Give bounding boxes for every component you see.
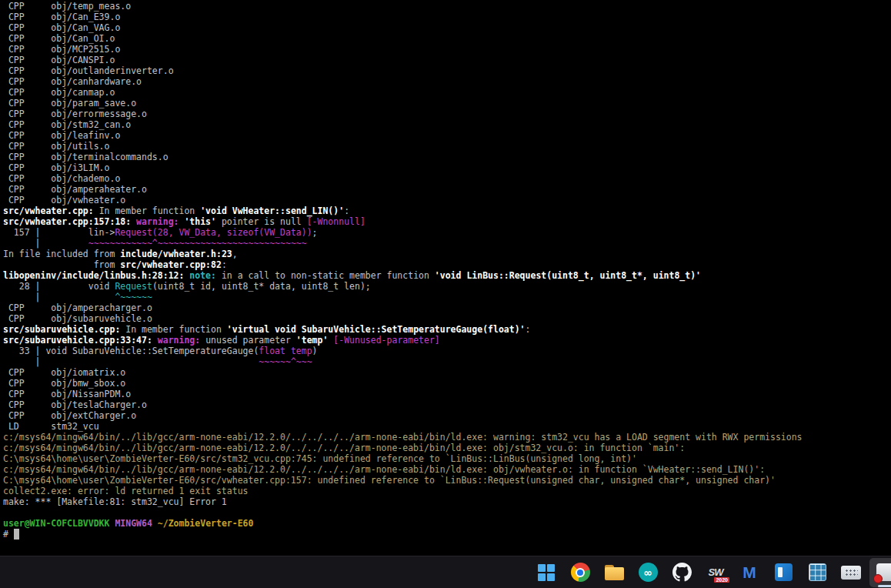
terminal-text: Request — [115, 281, 152, 292]
terminal-text: ) — [312, 346, 318, 356]
m-app-icon: M — [742, 564, 756, 580]
taskbar-item-github-desktop[interactable] — [666, 558, 697, 587]
terminal-text: collect2.exe: error: ld returned 1 exit … — [3, 486, 249, 496]
terminal-text: [-Wunused-parameter] — [333, 335, 439, 346]
terminal-line: CPP obj/utils.o — [3, 141, 891, 152]
terminal-text: CPP obj/iomatrix.o — [3, 367, 125, 378]
terminal-line — [3, 507, 891, 518]
terminal-line: | ~~~~~~~~~~~~^~~~~~~~~~~~~~~~~~~~~~~~~~… — [3, 238, 891, 249]
taskbar-item-m-app[interactable]: M — [734, 558, 765, 587]
terminal-text: 33 | void SubaruVehicle::SetTemperatureG… — [3, 346, 259, 356]
terminal-line: from src/vwheater.cpp:82: — [3, 259, 891, 270]
terminal-text: float temp — [259, 346, 312, 356]
terminal-line: src/subaruvehicle.cpp:33:47: warning: un… — [3, 335, 891, 346]
terminal-text: unused parameter — [205, 335, 296, 346]
terminal-line: LD stm32_vcu — [3, 421, 891, 432]
terminal-text: c:/msys64/mingw64/bin/../lib/gcc/arm-non… — [3, 432, 803, 443]
terminal-text: (uint8_t id, uint8_t* data, uint8_t len)… — [152, 281, 371, 292]
terminal-line: CPP obj/amperaheater.o — [3, 184, 891, 195]
terminal-text: | — [3, 238, 88, 249]
terminal-line: CPP obj/CANSPI.o — [3, 55, 891, 65]
taskbar-item-spreadsheet-app[interactable] — [802, 558, 833, 587]
terminal-text: | — [3, 292, 115, 302]
terminal-text: CPP obj/leafinv.o — [3, 130, 120, 141]
solidworks-label: SW — [709, 566, 723, 578]
terminal-text: 'this' — [184, 216, 216, 227]
taskbar-item-active-app[interactable] — [869, 558, 891, 587]
terminal-text: ~~~~~~~~~~~~^~~~~~~~~~~~~~~~~~~~~~~~~~~~… — [88, 238, 307, 249]
terminal-text: ; — [312, 227, 318, 238]
terminal-text: CPP obj/bmw_sbox.o — [3, 378, 125, 389]
terminal-text: CPP obj/temp_meas.o — [3, 1, 131, 12]
terminal-text: src/vwheater.cpp: — [3, 205, 94, 216]
terminal-line: # — [3, 529, 891, 540]
terminal-text: in a call to non-static member function — [222, 270, 435, 281]
terminal-text: : — [526, 324, 531, 335]
terminal-text: CPP obj/utils.o — [3, 141, 109, 152]
terminal-text: LD stm32_vcu — [3, 421, 99, 432]
terminal-text: 157 | lin-> — [3, 227, 115, 238]
terminal-text: CPP obj/errormessage.o — [3, 109, 147, 119]
terminal-text: CPP obj/NissanPDM.o — [3, 389, 131, 399]
terminal-text: from — [3, 259, 120, 270]
terminal-line: CPP obj/vwheater.o — [3, 195, 891, 205]
terminal-text: C:\msys64\home\user\ZombieVerter-E60/src… — [3, 453, 637, 464]
terminal-screen[interactable]: CPP obj/temp_meas.o CPP obj/Can_E39.o CP… — [0, 0, 891, 556]
terminal-text: ~/ZombieVerter-E60 — [158, 518, 254, 529]
terminal-text: CPP obj/chademo.o — [3, 173, 120, 184]
taskbar-item-keyboard-app[interactable] — [836, 558, 866, 587]
terminal-line: c:/msys64/mingw64/bin/../lib/gcc/arm-non… — [3, 443, 891, 453]
windows-logo-icon — [538, 564, 555, 581]
terminal-line: CPP obj/bmw_sbox.o — [3, 378, 891, 389]
taskbar-item-chrome[interactable] — [565, 558, 596, 587]
terminal-text: Request(28, VW_Data, sizeof(VW_Data)) — [115, 227, 312, 238]
terminal-text: In member function — [94, 205, 200, 216]
terminal-text: note: — [189, 270, 222, 281]
terminal-line: CPP obj/NissanPDM.o — [3, 389, 891, 399]
terminal-text: c:/msys64/mingw64/bin/../lib/gcc/arm-non… — [3, 443, 685, 453]
terminal-line: CPP obj/chademo.o — [3, 173, 891, 184]
infinity-icon: ∞ — [639, 563, 658, 582]
taskbar: ∞SW2020M — [0, 556, 891, 588]
start-button[interactable] — [531, 558, 562, 587]
terminal-line: CPP obj/Can_E39.o — [3, 12, 891, 22]
terminal-text: MINGW64 — [115, 518, 152, 529]
taskbar-item-solidworks[interactable]: SW2020 — [700, 558, 731, 587]
terminal-line: | ~~~~~~^~~~ — [3, 356, 891, 367]
terminal-text: CPP obj/extCharger.o — [3, 410, 136, 421]
terminal-text: pointer is null — [216, 216, 307, 227]
taskbar-item-blue-app[interactable] — [768, 558, 799, 587]
taskbar-item-file-explorer[interactable] — [599, 558, 629, 587]
terminal-line: CPP obj/param_save.o — [3, 98, 891, 109]
terminal-text: CPP obj/teslaCharger.o — [3, 399, 147, 410]
terminal-line: CPP obj/stm32_can.o — [3, 119, 891, 130]
terminal-text: # — [3, 529, 14, 540]
terminal-line: | ^~~~~~~ — [3, 292, 891, 302]
terminal-line: C:\msys64\home\user\ZombieVerter-E60/src… — [3, 453, 891, 464]
terminal-text: src/vwheater.cpp:82 — [120, 259, 222, 270]
terminal-text: 'void VwHeater::send_LIN()' — [200, 205, 344, 216]
terminal-text: CPP obj/vwheater.o — [3, 195, 125, 205]
terminal-text: c:/msys64/mingw64/bin/../lib/gcc/arm-non… — [3, 464, 765, 475]
terminal-text: CPP obj/Can_OI.o — [3, 33, 115, 44]
terminal-line: CPP obj/teslaCharger.o — [3, 399, 891, 410]
terminal-cursor — [14, 529, 19, 540]
terminal-line: CPP obj/iomatrix.o — [3, 367, 891, 378]
taskbar-item-infinity-app[interactable]: ∞ — [632, 558, 663, 587]
terminal-text: : — [344, 205, 349, 216]
terminal-line: c:/msys64/mingw64/bin/../lib/gcc/arm-non… — [3, 432, 891, 443]
terminal-text: CPP obj/canmap.o — [3, 87, 115, 98]
terminal-text: CPP obj/param_save.o — [3, 98, 136, 109]
terminal-text: ~~~~~~^~~~ — [259, 356, 312, 367]
solidworks-icon: SW2020 — [702, 562, 729, 583]
terminal-line: CPP obj/errormessage.o — [3, 109, 891, 119]
terminal-text: include/vwheater.h:23 — [120, 249, 232, 259]
terminal-text: C:\msys64\home\user\ZombieVerter-E60/src… — [3, 475, 776, 486]
terminal-text: libopeninv/include/linbus.h:28:12: — [3, 270, 184, 281]
terminal-line: CPP obj/terminalcommands.o — [3, 152, 891, 162]
terminal-text: make: *** [Makefile:81: stm32_vcu] Error… — [3, 496, 227, 507]
terminal-text: 'void LinBus::Request(uint8_t, uint8_t*,… — [435, 270, 701, 281]
terminal-text: warning: — [136, 216, 184, 227]
notification-badge — [873, 574, 883, 583]
terminal-text: CPP obj/CANSPI.o — [3, 55, 115, 65]
